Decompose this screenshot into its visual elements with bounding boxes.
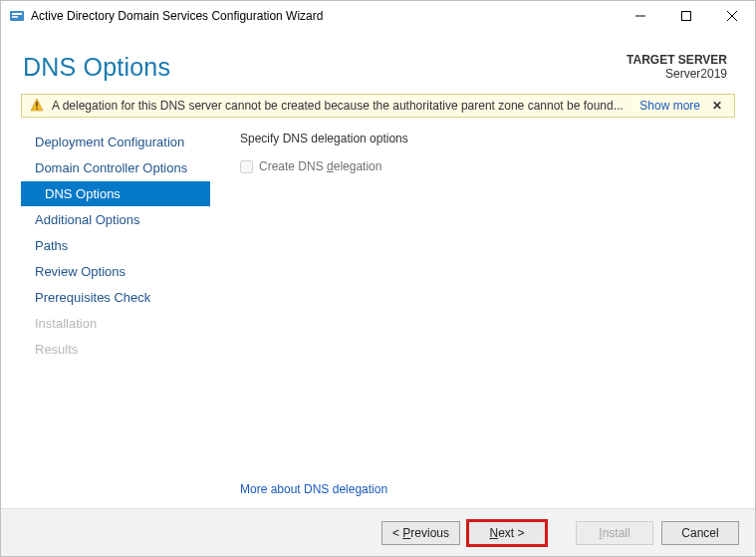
titlebar: Active Directory Domain Services Configu… xyxy=(1,1,755,31)
warning-banner: A delegation for this DNS server cannot … xyxy=(21,94,735,118)
show-more-link[interactable]: Show more xyxy=(639,99,700,113)
nav-dns-options[interactable]: DNS Options xyxy=(21,181,210,206)
warning-icon xyxy=(30,98,44,115)
svg-rect-2 xyxy=(12,16,18,18)
nav-additional-options[interactable]: Additional Options xyxy=(21,207,210,232)
nav-prerequisites-check[interactable]: Prerequisites Check xyxy=(21,285,210,310)
maximize-button[interactable] xyxy=(663,1,709,31)
nav-domain-controller-options[interactable]: Domain Controller Options xyxy=(21,155,210,180)
nav-deployment-configuration[interactable]: Deployment Configuration xyxy=(21,130,210,154)
previous-button[interactable]: < Previous xyxy=(381,521,460,545)
install-button: Install xyxy=(576,521,653,545)
footer: < Previous Next > Install Cancel xyxy=(1,508,755,556)
create-dns-delegation-row[interactable]: Create DNS delegation xyxy=(240,159,725,173)
target-server-label: TARGET SERVER xyxy=(627,53,727,67)
more-about-link[interactable]: More about DNS delegation xyxy=(240,482,725,496)
content-heading: Specify DNS delegation options xyxy=(240,132,725,145)
main: Deployment Configuration Domain Controll… xyxy=(1,124,755,508)
cancel-button[interactable]: Cancel xyxy=(661,521,739,545)
svg-rect-1 xyxy=(12,13,22,15)
app-icon xyxy=(9,8,25,24)
svg-rect-4 xyxy=(682,12,691,21)
warning-text: A delegation for this DNS server cannot … xyxy=(52,99,631,113)
create-dns-delegation-label: Create DNS delegation xyxy=(259,159,381,173)
next-button[interactable]: Next > xyxy=(468,521,546,545)
nav-review-options[interactable]: Review Options xyxy=(21,259,210,284)
banner-close-icon[interactable]: ✕ xyxy=(708,99,726,113)
content-panel: Specify DNS delegation options Create DN… xyxy=(210,124,735,508)
step-nav: Deployment Configuration Domain Controll… xyxy=(21,124,210,508)
nav-installation: Installation xyxy=(21,311,210,336)
target-server-block: TARGET SERVER Server2019 xyxy=(627,53,727,81)
window-title: Active Directory Domain Services Configu… xyxy=(31,9,323,23)
close-button[interactable] xyxy=(709,1,755,31)
svg-rect-9 xyxy=(36,108,37,110)
header: DNS Options TARGET SERVER Server2019 xyxy=(1,31,755,94)
page-title: DNS Options xyxy=(23,53,170,82)
svg-rect-8 xyxy=(36,102,37,107)
minimize-button[interactable] xyxy=(618,1,663,31)
nav-results: Results xyxy=(21,337,210,362)
create-dns-delegation-checkbox[interactable] xyxy=(240,160,253,173)
nav-paths[interactable]: Paths xyxy=(21,233,210,258)
target-server-value: Server2019 xyxy=(627,67,727,81)
